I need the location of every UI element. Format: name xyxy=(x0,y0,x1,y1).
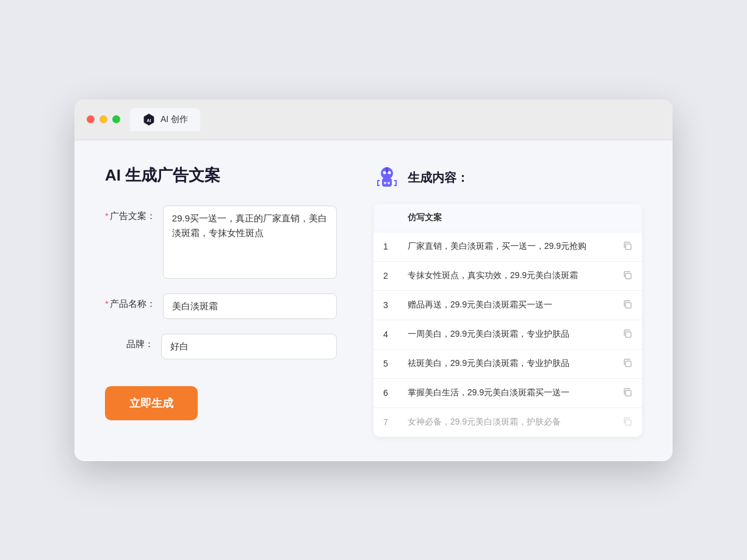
table-row: 7女神必备，29.9元美白淡斑霜，护肤必备 xyxy=(374,407,642,437)
table-row: 5祛斑美白，29.9元美白淡斑霜，专业护肤品 xyxy=(374,349,642,378)
tab-label: AI 创作 xyxy=(161,114,188,125)
copy-button[interactable] xyxy=(613,320,642,349)
product-name-label: *产品名称： xyxy=(105,293,156,310)
row-number: 7 xyxy=(374,407,398,437)
row-text: 赠品再送，29.9元美白淡斑霜买一送一 xyxy=(398,290,613,320)
table-row: 4一周美白，29.9元美白淡斑霜，专业护肤品 xyxy=(374,320,642,349)
row-number: 6 xyxy=(374,378,398,407)
row-text: 掌握美白生活，29.9元美白淡斑霜买一送一 xyxy=(398,378,613,407)
row-number: 2 xyxy=(374,261,398,290)
row-number: 1 xyxy=(374,232,398,261)
ad-copy-input[interactable] xyxy=(163,206,337,279)
traffic-lights xyxy=(87,115,120,123)
browser-window: AI AI 创作 AI 生成广告文案 *广告文案： *产品名称： xyxy=(74,99,673,461)
robot-icon xyxy=(374,165,400,192)
row-text: 女神必备，29.9元美白淡斑霜，护肤必备 xyxy=(398,407,613,437)
svg-text:AI: AI xyxy=(146,117,151,123)
row-number: 5 xyxy=(374,349,398,378)
result-header: 生成内容： xyxy=(374,165,642,192)
svg-rect-7 xyxy=(384,182,386,184)
table-row: 1厂家直销，美白淡斑霜，买一送一，29.9元抢购 xyxy=(374,232,642,261)
close-button[interactable] xyxy=(87,115,95,123)
row-number: 3 xyxy=(374,290,398,320)
required-star-2: * xyxy=(105,298,109,309)
product-name-input[interactable] xyxy=(163,293,337,319)
brand-input[interactable] xyxy=(161,334,337,359)
generate-button[interactable]: 立即生成 xyxy=(105,386,198,420)
table-row: 6掌握美白生活，29.9元美白淡斑霜买一送一 xyxy=(374,378,642,407)
result-table: 仿写文案 1厂家直销，美白淡斑霜，买一送一，29.9元抢购2专抹女性斑点，真实功… xyxy=(374,204,642,437)
left-panel: AI 生成广告文案 *广告文案： *产品名称： 品牌： xyxy=(105,165,337,437)
row-text: 厂家直销，美白淡斑霜，买一送一，29.9元抢购 xyxy=(398,232,613,261)
brand-label: 品牌： xyxy=(105,334,154,350)
svg-rect-9 xyxy=(626,244,631,249)
active-tab[interactable]: AI AI 创作 xyxy=(130,108,200,131)
svg-rect-2 xyxy=(382,178,392,187)
svg-point-3 xyxy=(383,171,386,174)
copy-button[interactable] xyxy=(613,407,642,437)
svg-point-6 xyxy=(386,167,388,170)
maximize-button[interactable] xyxy=(112,115,120,123)
svg-point-4 xyxy=(388,171,391,174)
svg-rect-11 xyxy=(626,303,631,308)
svg-rect-5 xyxy=(386,170,388,172)
ad-copy-group: *广告文案： xyxy=(105,206,337,279)
right-panel: 生成内容： 仿写文案 1厂家直销，美白淡斑霜，买一送一，29.9元抢购2专抹女性… xyxy=(374,165,642,437)
svg-rect-10 xyxy=(626,273,631,279)
copy-button[interactable] xyxy=(613,261,642,290)
result-title: 生成内容： xyxy=(408,170,469,186)
ai-tab-icon: AI xyxy=(142,113,156,126)
svg-rect-8 xyxy=(388,182,390,184)
table-row: 3赠品再送，29.9元美白淡斑霜买一送一 xyxy=(374,290,642,320)
row-text: 一周美白，29.9元美白淡斑霜，专业护肤品 xyxy=(398,320,613,349)
copy-button[interactable] xyxy=(613,232,642,261)
row-number: 4 xyxy=(374,320,398,349)
col-num-header xyxy=(374,204,398,232)
copy-button[interactable] xyxy=(613,290,642,320)
minimize-button[interactable] xyxy=(99,115,107,123)
required-star: * xyxy=(105,210,109,221)
svg-rect-14 xyxy=(626,390,631,396)
copy-button[interactable] xyxy=(613,349,642,378)
product-name-group: *产品名称： xyxy=(105,293,337,319)
col-text-header: 仿写文案 xyxy=(398,204,613,232)
svg-rect-15 xyxy=(626,420,631,425)
col-copy-header xyxy=(613,204,642,232)
brand-group: 品牌： xyxy=(105,334,337,359)
page-title: AI 生成广告文案 xyxy=(105,165,337,186)
copy-button[interactable] xyxy=(613,378,642,407)
svg-rect-13 xyxy=(626,361,631,367)
browser-content: AI 生成广告文案 *广告文案： *产品名称： 品牌： xyxy=(74,140,673,461)
svg-rect-12 xyxy=(626,332,631,337)
row-text: 专抹女性斑点，真实功效，29.9元美白淡斑霜 xyxy=(398,261,613,290)
titlebar: AI AI 创作 xyxy=(74,99,673,140)
table-row: 2专抹女性斑点，真实功效，29.9元美白淡斑霜 xyxy=(374,261,642,290)
row-text: 祛斑美白，29.9元美白淡斑霜，专业护肤品 xyxy=(398,349,613,378)
ad-copy-label: *广告文案： xyxy=(105,206,156,222)
